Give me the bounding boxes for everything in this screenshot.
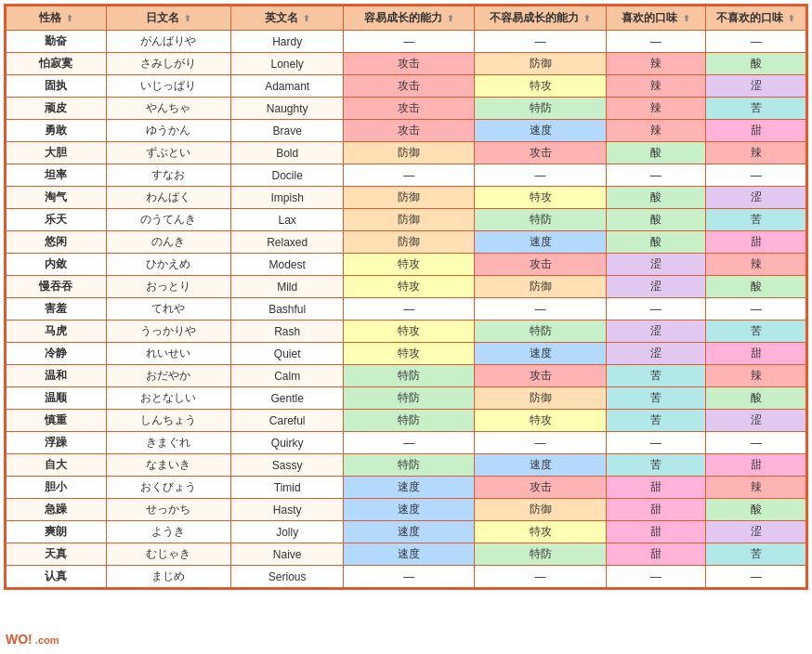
cell-dislikes: 甜: [706, 120, 806, 142]
cell-english: Quirky: [231, 432, 344, 454]
cell-dislikes: 酸: [706, 276, 806, 298]
cell-english: Bold: [231, 142, 344, 164]
header-english[interactable]: 英文名 ⬆: [231, 7, 344, 31]
cell-nature: 温顺: [7, 387, 107, 410]
cell-nature: 冷静: [7, 343, 107, 365]
cell-shrinks: 特防: [475, 320, 606, 343]
cell-likes: —: [606, 298, 706, 320]
table-row: 浮躁きまぐれQuirky————: [7, 432, 806, 454]
cell-dislikes: 辣: [706, 142, 806, 164]
table-row: 怕寂寞さみしがりLonely攻击防御辣酸: [7, 53, 806, 75]
cell-shrinks: 防御: [475, 499, 606, 521]
cell-english: Impish: [231, 187, 344, 209]
cell-japanese: がんばりや: [106, 31, 231, 53]
cell-grows: 防御: [344, 209, 475, 231]
cell-english: Rash: [231, 320, 344, 343]
cell-japanese: きまぐれ: [106, 432, 231, 454]
cell-japanese: のんき: [106, 231, 231, 254]
cell-nature: 浮躁: [7, 432, 107, 454]
cell-english: Sassy: [231, 454, 344, 477]
cell-likes: 苦: [606, 387, 706, 410]
cell-dislikes: 酸: [706, 53, 806, 75]
sort-shrinks-icon: ⬆: [583, 14, 591, 23]
header-dislikes[interactable]: 不喜欢的口味 ⬆: [706, 7, 806, 31]
cell-dislikes: 涩: [706, 187, 806, 209]
cell-dislikes: —: [706, 566, 806, 588]
table-row: 胆小おくびょうTimid速度攻击甜辣: [7, 477, 806, 499]
cell-shrinks: 速度: [475, 120, 606, 142]
table-row: 马虎うっかりやRash特攻特防涩苦: [7, 320, 806, 343]
cell-english: Docile: [231, 164, 344, 187]
cell-nature: 怕寂寞: [7, 53, 107, 75]
table-row: 自大なまいきSassy特防速度苦甜: [7, 454, 806, 477]
cell-shrinks: 速度: [475, 454, 606, 477]
cell-grows: 特攻: [344, 276, 475, 298]
cell-likes: —: [606, 432, 706, 454]
cell-nature: 固执: [7, 75, 107, 98]
cell-likes: 苦: [606, 410, 706, 432]
cell-likes: 辣: [606, 120, 706, 142]
cell-grows: —: [344, 432, 475, 454]
cell-english: Naughty: [231, 98, 344, 120]
cell-dislikes: 苦: [706, 320, 806, 343]
cell-dislikes: 涩: [706, 521, 806, 543]
cell-grows: 速度: [344, 477, 475, 499]
cell-japanese: てれや: [106, 298, 231, 320]
table-row: 大胆ずぶといBold防御攻击酸辣: [7, 142, 806, 164]
cell-dislikes: —: [706, 164, 806, 187]
header-shrinks[interactable]: 不容易成长的能力 ⬆: [475, 7, 606, 31]
cell-grows: 速度: [344, 521, 475, 543]
cell-shrinks: —: [475, 566, 606, 588]
table-row: 固执いじっぱりAdamant攻击特攻辣涩: [7, 75, 806, 98]
cell-nature: 害羞: [7, 298, 107, 320]
sort-grows-icon: ⬆: [447, 14, 454, 23]
table-row: 内敛ひかえめModest特攻攻击涩辣: [7, 254, 806, 276]
cell-grows: —: [344, 31, 475, 53]
cell-shrinks: —: [475, 31, 606, 53]
cell-likes: 酸: [606, 187, 706, 209]
cell-dislikes: 涩: [706, 410, 806, 432]
cell-grows: 特防: [344, 387, 475, 410]
cell-english: Careful: [231, 410, 344, 432]
cell-english: Naive: [231, 543, 344, 566]
cell-likes: 酸: [606, 142, 706, 164]
cell-grows: 速度: [344, 543, 475, 566]
header-likes[interactable]: 喜欢的口味 ⬆: [606, 7, 706, 31]
cell-japanese: おっとり: [106, 276, 231, 298]
cell-grows: 攻击: [344, 75, 475, 98]
sort-english-icon: ⬆: [303, 14, 310, 23]
table-row: 悠闲のんきRelaxed防御速度酸甜: [7, 231, 806, 254]
cell-english: Brave: [231, 120, 344, 142]
cell-dislikes: —: [706, 432, 806, 454]
table-row: 天真むじゃきNaive速度特防甜苦: [7, 543, 806, 566]
table-row: 冷静れいせいQuiet特攻速度涩甜: [7, 343, 806, 365]
cell-english: Adamant: [231, 75, 344, 98]
header-japanese[interactable]: 日文名 ⬆: [106, 7, 231, 31]
cell-japanese: やんちゃ: [106, 98, 231, 120]
header-nature[interactable]: 性格 ⬆: [7, 7, 107, 31]
cell-grows: 特防: [344, 454, 475, 477]
cell-likes: 甜: [606, 543, 706, 566]
cell-japanese: わんぱく: [106, 187, 231, 209]
table-row: 勤奋がんばりやHardy————: [7, 31, 806, 53]
header-grows[interactable]: 容易成长的能力 ⬆: [344, 7, 475, 31]
cell-likes: 酸: [606, 231, 706, 254]
cell-likes: 涩: [606, 254, 706, 276]
cell-japanese: しんちょう: [106, 410, 231, 432]
cell-japanese: おだやか: [106, 365, 231, 387]
table-row: 认真まじめSerious————: [7, 566, 806, 588]
cell-dislikes: 辣: [706, 477, 806, 499]
cell-likes: 涩: [606, 343, 706, 365]
cell-shrinks: 特攻: [475, 521, 606, 543]
table-row: 坦率すなおDocile————: [7, 164, 806, 187]
cell-shrinks: 攻击: [475, 365, 606, 387]
cell-dislikes: 苦: [706, 543, 806, 566]
cell-grows: 特攻: [344, 343, 475, 365]
cell-nature: 内敛: [7, 254, 107, 276]
cell-japanese: おくびょう: [106, 477, 231, 499]
cell-likes: 酸: [606, 209, 706, 231]
cell-likes: 苦: [606, 454, 706, 477]
cell-shrinks: 攻击: [475, 142, 606, 164]
cell-shrinks: 攻击: [475, 477, 606, 499]
cell-english: Bashful: [231, 298, 344, 320]
